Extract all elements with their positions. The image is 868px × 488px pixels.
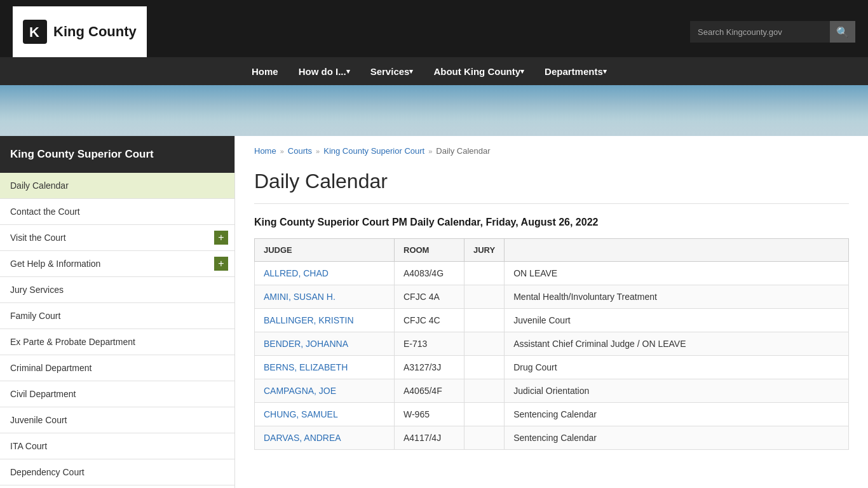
col-header-status [505, 239, 849, 262]
breadcrumb-home[interactable]: Home [254, 146, 276, 156]
room-cell: CFJC 4C [395, 309, 465, 332]
main-nav: Home How do I... Services About King Cou… [0, 57, 868, 85]
table-row: AMINI, SUSAN H.CFJC 4AMental Health/Invo… [255, 285, 849, 309]
sidebar-item-contact[interactable]: Contact the Court [0, 199, 234, 225]
expand-help-button[interactable]: + [214, 257, 228, 271]
judge-link[interactable]: CHUNG, SAMUEL [264, 409, 338, 419]
sidebar-item-civil[interactable]: Civil Department [0, 381, 234, 407]
room-cell: E-713 [395, 332, 465, 356]
jury-cell [465, 332, 505, 356]
sidebar-title: King County Superior Court [0, 136, 234, 173]
breadcrumb-courts[interactable]: Courts [288, 146, 312, 156]
judge-link[interactable]: CAMPAGNA, JOE [264, 386, 336, 396]
room-cell: A4117/4J [395, 426, 465, 450]
hero-banner [0, 85, 868, 136]
table-row: DARVAS, ANDREAA4117/4JSentencing Calenda… [255, 426, 849, 450]
breadcrumb-current: Daily Calendar [436, 146, 490, 156]
breadcrumb-superior-court[interactable]: King County Superior Court [323, 146, 424, 156]
jury-cell [465, 262, 505, 285]
sidebar-item-dependency[interactable]: Dependency Court [0, 459, 234, 485]
table-row: CAMPAGNA, JOEA4065/4FJudicial Orientatio… [255, 379, 849, 403]
sidebar-item-exparte[interactable]: Ex Parte & Probate Department [0, 329, 234, 355]
sidebar-item-family[interactable]: Family Court [0, 303, 234, 329]
status-cell: Sentencing Calendar [505, 403, 849, 426]
calendar-table: JUDGE ROOM Jury ALLRED, CHADA4083/4GON L… [254, 238, 849, 450]
calendar-heading: King County Superior Court PM Daily Cale… [254, 217, 849, 228]
search-button[interactable]: 🔍 [830, 21, 855, 43]
room-cell: W-965 [395, 403, 465, 426]
page-title: Daily Calendar [254, 170, 849, 204]
room-cell: CFJC 4A [395, 285, 465, 309]
breadcrumb: Home » Courts » King County Superior Cou… [254, 136, 849, 163]
table-row: BALLINGER, KRISTINCFJC 4CJuvenile Court [255, 309, 849, 332]
judge-link[interactable]: BENDER, JOHANNA [264, 339, 348, 349]
col-header-judge: JUDGE [255, 239, 395, 262]
expand-visit-button[interactable]: + [214, 231, 228, 245]
sidebar-item-jury[interactable]: Jury Services [0, 277, 234, 303]
judge-link[interactable]: ALLRED, CHAD [264, 268, 329, 278]
sidebar-item-truancy[interactable]: Truancy / ARY / CHINS Programs [0, 485, 234, 488]
main-layout: King County Superior Court Daily Calenda… [0, 136, 868, 488]
search-input[interactable] [690, 21, 830, 43]
col-header-room: ROOM [395, 239, 465, 262]
room-cell: A4065/4F [395, 379, 465, 403]
jury-cell [465, 309, 505, 332]
table-row: BERNS, ELIZABETHA3127/3JDrug Court [255, 356, 849, 379]
status-cell: Drug Court [505, 356, 849, 379]
room-cell: A3127/3J [395, 356, 465, 379]
status-cell: Judicial Orientation [505, 379, 849, 403]
status-cell: Mental Health/Involuntary Treatment [505, 285, 849, 309]
sidebar-item-help[interactable]: Get Help & Information + [0, 251, 234, 277]
judge-link[interactable]: DARVAS, ANDREA [264, 433, 341, 443]
status-cell: Assistant Chief Criminal Judge / ON LEAV… [505, 332, 849, 356]
jury-cell [465, 403, 505, 426]
nav-home[interactable]: Home [241, 57, 288, 85]
status-cell: ON LEAVE [505, 262, 849, 285]
sidebar-item-juvenile[interactable]: Juvenile Court [0, 407, 234, 433]
col-header-jury: Jury [465, 239, 505, 262]
status-cell: Sentencing Calendar [505, 426, 849, 450]
sidebar-item-visit[interactable]: Visit the Court + [0, 225, 234, 251]
sidebar-item-daily-calendar[interactable]: Daily Calendar [0, 173, 234, 199]
nav-about[interactable]: About King County [423, 57, 534, 85]
judge-link[interactable]: BERNS, ELIZABETH [264, 362, 348, 372]
logo-text: King County [53, 24, 137, 40]
logo-icon: K [23, 20, 47, 44]
jury-cell [465, 356, 505, 379]
svg-text:K: K [29, 24, 39, 40]
sidebar-item-criminal[interactable]: Criminal Department [0, 355, 234, 381]
sidebar: King County Superior Court Daily Calenda… [0, 136, 235, 488]
jury-cell [465, 379, 505, 403]
search-area: 🔍 [690, 21, 855, 43]
nav-departments[interactable]: Departments [534, 57, 617, 85]
table-row: BENDER, JOHANNAE-713Assistant Chief Crim… [255, 332, 849, 356]
jury-cell [465, 426, 505, 450]
nav-services[interactable]: Services [360, 57, 424, 85]
main-content: Home » Courts » King County Superior Cou… [235, 136, 868, 488]
nav-how-do-i[interactable]: How do I... [288, 57, 360, 85]
status-cell: Juvenile Court [505, 309, 849, 332]
judge-link[interactable]: BALLINGER, KRISTIN [264, 315, 354, 325]
logo-area: K King County [13, 6, 147, 57]
jury-cell [465, 285, 505, 309]
room-cell: A4083/4G [395, 262, 465, 285]
judge-link[interactable]: AMINI, SUSAN H. [264, 292, 336, 302]
sidebar-item-ita[interactable]: ITA Court [0, 433, 234, 459]
table-row: CHUNG, SAMUELW-965Sentencing Calendar [255, 403, 849, 426]
table-row: ALLRED, CHADA4083/4GON LEAVE [255, 262, 849, 285]
